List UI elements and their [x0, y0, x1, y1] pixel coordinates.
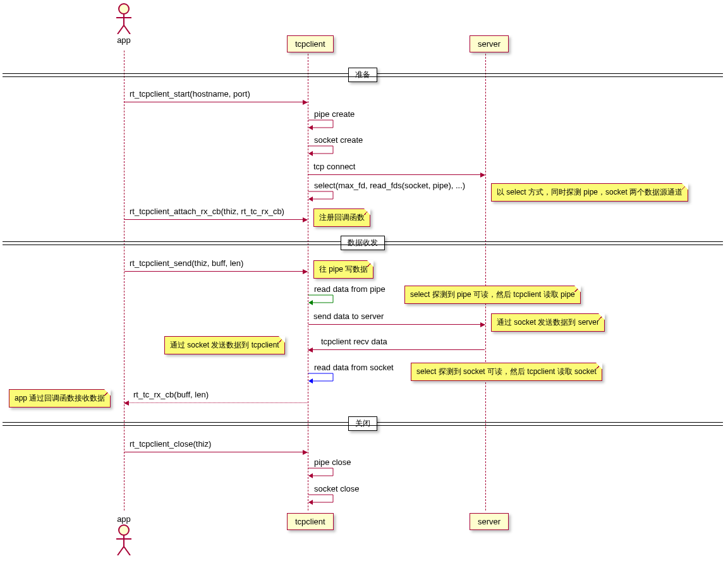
participant-server-bottom: server	[470, 513, 509, 530]
lifeline-server	[485, 51, 486, 511]
msg-rt-tcpclient-start: rt_tcpclient_start(hostname, port)	[124, 88, 307, 102]
divider-data-label: 数据收发	[341, 236, 385, 250]
svg-line-9	[124, 547, 130, 555]
actor-app-bottom: app	[111, 513, 136, 555]
msg-rt-tcpclient-send: rt_tcpclient_send(thiz, buff, len)	[124, 258, 307, 272]
svg-line-8	[118, 547, 124, 555]
divider-data: 数据收发	[3, 236, 723, 250]
svg-line-3	[118, 25, 124, 34]
note-readpipe: select 探测到 pipe 可读，然后 tcpclient 读取 pipe	[404, 286, 581, 304]
participant-server-top: server	[470, 35, 509, 52]
msg-attach-rx-cb: rt_tcpclient_attach_rx_cb(thiz, rt_tc_rx…	[124, 206, 307, 220]
stick-figure-icon	[111, 524, 136, 555]
note-attach: 注册回调函数	[313, 208, 370, 227]
svg-line-4	[124, 25, 130, 34]
msg-send-data-server: send data to server	[308, 311, 485, 325]
participant-tcpclient-bottom: tcpclient	[287, 513, 334, 530]
actor-app-label: app	[111, 35, 136, 45]
participant-tcpclient-top: tcpclient	[287, 35, 334, 52]
note-send: 往 pipe 写数据	[313, 260, 373, 279]
note-sendserver: 通过 socket 发送数据到 server	[491, 313, 605, 332]
divider-close-label: 关闭	[348, 416, 377, 431]
msg-tcp-connect: tcp connect	[308, 161, 485, 175]
actor-app-top: app	[111, 3, 136, 45]
sequence-diagram: app tcpclient server 准备 rt_tcpclient_sta…	[0, 0, 728, 568]
note-recv: 通过 socket 发送数据到 tcpclient	[164, 336, 285, 354]
msg-tcpclient-recv: tcpclient recv data	[308, 336, 485, 350]
svg-point-5	[119, 525, 129, 535]
note-select: 以 select 方式，同时探测 pipe，socket 两个数据源通道	[491, 183, 688, 202]
msg-rx-callback: rt_tc_rx_cb(buff, len)	[124, 389, 307, 403]
note-readsock: select 探测到 socket 可读，然后 tcpclient 读取 soc…	[411, 363, 602, 381]
divider-prepare-label: 准备	[348, 68, 377, 82]
msg-rt-tcpclient-close: rt_tcpclient_close(thiz)	[124, 438, 307, 452]
stick-figure-icon	[111, 3, 136, 34]
divider-close: 关闭	[3, 417, 723, 431]
actor-app-bottom-label: app	[111, 514, 136, 524]
svg-point-0	[119, 4, 129, 14]
divider-prepare: 准备	[3, 68, 723, 82]
note-cb: app 通过回调函数接收数据	[9, 389, 111, 408]
